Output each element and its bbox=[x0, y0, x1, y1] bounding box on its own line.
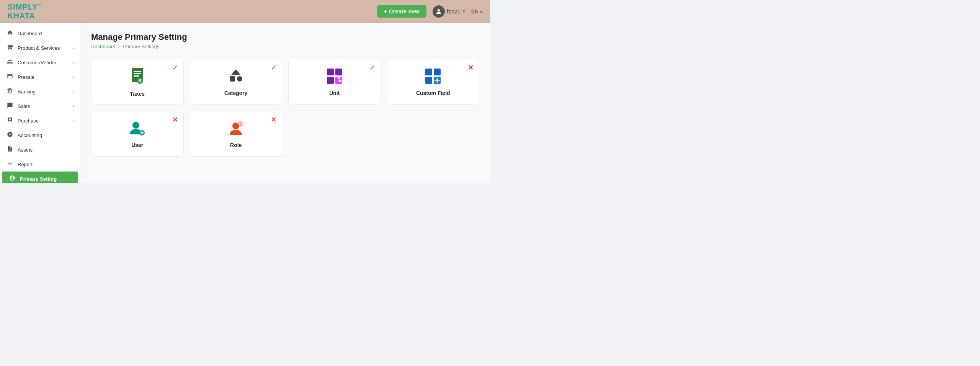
custom-field-icon bbox=[425, 68, 441, 86]
product-icon bbox=[6, 44, 14, 52]
sidebar-label-presale: Presale bbox=[18, 74, 34, 80]
sales-icon bbox=[6, 102, 14, 110]
sidebar-label-sales: Sales bbox=[18, 103, 30, 109]
role-status-icon: ✕ bbox=[271, 116, 276, 124]
sidebar: Dashboard Product & Services › Customer/… bbox=[0, 23, 80, 183]
sidebar-item-customer-vendor[interactable]: Customer/Vendor › bbox=[0, 55, 80, 70]
svg-rect-15 bbox=[338, 77, 340, 79]
breadcrumb-separator: > bbox=[118, 44, 121, 49]
chevron-icon-banking: › bbox=[72, 89, 74, 94]
sidebar-item-dashboard[interactable]: Dashboard bbox=[0, 26, 80, 41]
sidebar-label-report: Report bbox=[18, 162, 33, 167]
sidebar-label-assets: Assets bbox=[18, 147, 33, 153]
svg-rect-11 bbox=[335, 69, 342, 75]
header-right: + Create new fpo21 ▾ EN ▾ bbox=[377, 5, 482, 18]
user-info: fpo21 ▾ bbox=[433, 5, 465, 18]
logo: SIMPLY™ KHATA bbox=[8, 3, 42, 20]
sidebar-item-banking[interactable]: Banking › bbox=[0, 84, 80, 99]
banking-icon bbox=[6, 88, 14, 95]
role-label: Role bbox=[230, 142, 242, 148]
svg-point-27 bbox=[238, 121, 243, 126]
svg-rect-3 bbox=[134, 73, 141, 74]
sidebar-item-accounting[interactable]: Accounting bbox=[0, 128, 80, 142]
sidebar-label-primary-setting: Primary Setting bbox=[20, 176, 57, 182]
sidebar-item-presale[interactable]: Presale › bbox=[0, 70, 80, 84]
sidebar-label-customer-vendor: Customer/Vendor bbox=[18, 60, 56, 65]
customer-icon bbox=[6, 59, 14, 66]
svg-rect-2 bbox=[134, 71, 141, 72]
breadcrumb-home[interactable]: Dashboard bbox=[91, 44, 116, 49]
report-icon bbox=[6, 160, 14, 168]
card-taxes[interactable]: ✓ $ Taxes bbox=[91, 59, 184, 105]
card-user[interactable]: ✕ User bbox=[91, 111, 184, 157]
assets-icon bbox=[6, 146, 14, 154]
logo-line1: SIMPLY™ bbox=[8, 3, 42, 11]
unit-icon bbox=[326, 68, 343, 86]
sidebar-item-report[interactable]: Report bbox=[0, 157, 80, 172]
category-icon bbox=[227, 68, 244, 86]
sidebar-item-assets[interactable]: Assets bbox=[0, 142, 80, 157]
chevron-icon-presale: › bbox=[72, 75, 74, 79]
user-name: fpo21 bbox=[447, 8, 461, 15]
taxes-icon: $ bbox=[129, 67, 145, 87]
custom-field-label: Custom Field bbox=[416, 90, 450, 96]
card-role[interactable]: ✕ Role bbox=[190, 111, 283, 157]
svg-rect-4 bbox=[134, 75, 139, 77]
svg-rect-8 bbox=[230, 76, 235, 82]
svg-point-9 bbox=[237, 76, 242, 82]
sidebar-label-purchase: Purchase bbox=[18, 118, 39, 124]
category-status-icon: ✓ bbox=[271, 64, 276, 72]
svg-point-0 bbox=[438, 9, 440, 11]
user-chevron: ▾ bbox=[463, 9, 465, 14]
content-area: Manage Primary Setting Dashboard > Prima… bbox=[80, 23, 490, 183]
card-category[interactable]: ✓ Category bbox=[190, 59, 283, 105]
sidebar-item-sales[interactable]: Sales › bbox=[0, 99, 80, 113]
svg-rect-12 bbox=[327, 77, 334, 84]
home-icon bbox=[6, 29, 14, 37]
card-unit[interactable]: ✓ Unit bbox=[288, 59, 381, 105]
category-label: Category bbox=[224, 90, 248, 96]
lang-label: EN bbox=[471, 8, 479, 15]
accounting-icon bbox=[6, 131, 14, 139]
sidebar-label-accounting: Accounting bbox=[18, 132, 42, 138]
chevron-icon-purchase: › bbox=[72, 118, 74, 123]
taxes-label: Taxes bbox=[130, 91, 145, 97]
page-title: Manage Primary Setting bbox=[91, 32, 479, 42]
primary-setting-icon bbox=[8, 175, 16, 183]
sidebar-item-purchase[interactable]: Purchase › bbox=[0, 113, 80, 128]
chevron-icon-sales: › bbox=[72, 104, 74, 108]
chevron-icon-product: › bbox=[72, 46, 74, 50]
svg-text:$: $ bbox=[139, 79, 141, 83]
sidebar-label-dashboard: Dashboard bbox=[18, 31, 42, 36]
logo-line2: KHATA bbox=[8, 11, 42, 20]
user-label: User bbox=[131, 142, 143, 148]
header: SIMPLY™ KHATA + Create new fpo21 ▾ EN ▾ bbox=[0, 0, 490, 23]
taxes-status-icon: ✓ bbox=[172, 64, 178, 72]
lang-chevron: ▾ bbox=[480, 10, 482, 14]
role-icon bbox=[227, 120, 244, 138]
user-icon bbox=[129, 120, 146, 138]
sidebar-label-product-services: Product & Services bbox=[18, 45, 60, 51]
sidebar-item-product-services[interactable]: Product & Services › bbox=[0, 41, 80, 55]
cards-grid: ✓ $ Taxes ✓ bbox=[91, 59, 479, 157]
logo-tm: ™ bbox=[38, 3, 42, 7]
unit-label: Unit bbox=[329, 90, 340, 96]
unit-status-icon: ✓ bbox=[369, 64, 375, 72]
lang-selector[interactable]: EN ▾ bbox=[471, 8, 482, 15]
card-custom-field[interactable]: ✕ Custom Field bbox=[387, 59, 480, 105]
svg-marker-7 bbox=[231, 69, 240, 75]
svg-rect-17 bbox=[434, 69, 441, 75]
breadcrumb: Dashboard > Primary Settings bbox=[91, 44, 479, 49]
svg-point-22 bbox=[132, 122, 139, 129]
svg-rect-10 bbox=[327, 69, 334, 75]
user-avatar bbox=[433, 5, 445, 18]
svg-rect-18 bbox=[425, 77, 432, 84]
chevron-icon-customer: › bbox=[72, 60, 74, 65]
purchase-icon bbox=[6, 117, 14, 124]
custom-field-status-icon: ✕ bbox=[468, 64, 474, 72]
sidebar-item-primary-setting[interactable]: Primary Setting bbox=[2, 172, 78, 183]
main-layout: Dashboard Product & Services › Customer/… bbox=[0, 23, 490, 183]
create-new-button[interactable]: + Create new bbox=[377, 5, 426, 18]
user-status-icon: ✕ bbox=[172, 116, 178, 124]
presale-icon bbox=[6, 73, 14, 81]
